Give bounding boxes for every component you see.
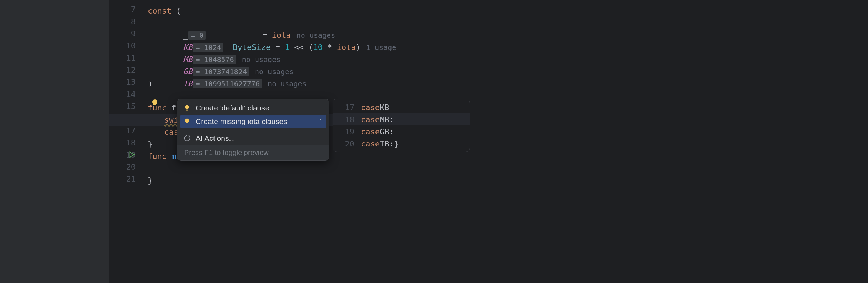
run-icon[interactable] [128,151,136,159]
bulb-icon [183,118,191,125]
line-number[interactable]: 13 [109,78,146,90]
line-number[interactable]: 17 [109,126,146,138]
bulb-icon [183,104,191,112]
line-number[interactable]: 20 [109,163,146,175]
intention-label: Create missing iota clauses [196,117,287,126]
inlay-hint: = 1099511627776 [193,79,262,88]
line-number[interactable]: 8 [109,17,146,29]
intention-preview-panel: 17case KB 18case MB: 19case GB: 20case T… [333,99,470,152]
line-number[interactable]: 21 [109,175,146,187]
line-number[interactable]: 9 [109,29,146,41]
preview-line: 18case MB: [333,113,470,125]
separator [181,130,325,130]
line-number[interactable]: 15 [109,102,146,114]
usage-hint: 1 usage [366,43,396,52]
line-number[interactable]: 11 [109,53,146,66]
preview-line: 20case TB: } [333,138,470,150]
editor-gutter[interactable]: 7 8 9 10 11 12 13 14 15 16 17 18 19 20 2… [109,0,146,283]
intention-create-default[interactable]: Create 'default' clause [177,101,329,115]
line-number[interactable]: 10 [109,41,146,53]
intention-ai-actions[interactable]: AI Actions... [177,132,329,145]
intention-create-missing-iota[interactable]: Create missing iota clauses ⋮ [180,115,326,128]
usage-hint: no usages [268,79,306,88]
intention-label: Create 'default' clause [196,104,269,112]
more-icon[interactable]: ⋮ [313,118,323,125]
preview-line: 17case KB [333,101,470,113]
project-panel[interactable] [0,0,109,283]
const-tb: TB [183,79,193,88]
popup-footer: Press F1 to toggle preview [177,145,329,160]
line-number[interactable]: 18 [109,138,146,150]
intention-label: AI Actions... [196,134,235,143]
line-number[interactable]: 12 [109,66,146,78]
keyword-const: const [148,6,171,15]
ai-icon [183,135,191,142]
switch-keyword: swi [164,115,178,124]
line-number[interactable]: 14 [109,90,146,102]
preview-line: 19case GB: [333,125,470,138]
line-number[interactable]: 7 [109,5,146,17]
intention-actions-popup: Create 'default' clause Create missing i… [177,99,329,161]
